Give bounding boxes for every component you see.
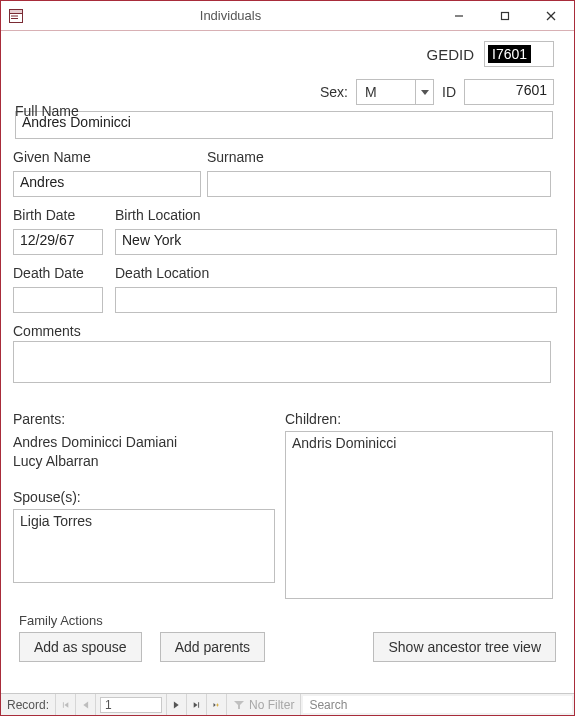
- add-parents-button[interactable]: Add parents: [160, 632, 266, 662]
- minimize-button[interactable]: [436, 1, 482, 30]
- death-date-label: Death Date: [13, 265, 109, 281]
- children-listbox[interactable]: Andris Dominicci: [285, 431, 553, 599]
- new-record-button[interactable]: [207, 694, 227, 715]
- record-navigator: Record: 1 No Filter Search: [1, 693, 574, 715]
- gedid-field[interactable]: I7601: [484, 41, 554, 67]
- maximize-button[interactable]: [482, 1, 528, 30]
- svg-rect-5: [502, 12, 509, 19]
- search-input[interactable]: Search: [303, 696, 572, 713]
- death-location-label: Death Location: [115, 265, 557, 281]
- window-title: Individuals: [25, 8, 436, 23]
- parent-name-1: Lucy Albarran: [13, 452, 281, 471]
- parents-label: Parents:: [13, 411, 281, 427]
- record-number-input[interactable]: 1: [100, 697, 162, 713]
- full-name-label: Full Name: [15, 103, 79, 119]
- svg-marker-14: [214, 703, 216, 707]
- id-label: ID: [442, 84, 456, 100]
- form-body: GEDID I7601 Full Name Sex: M ID 7601 And…: [1, 31, 574, 693]
- list-item[interactable]: Ligia Torres: [20, 513, 268, 529]
- birth-date-label: Birth Date: [13, 207, 109, 223]
- window-controls: [436, 1, 574, 30]
- list-item[interactable]: Andris Dominicci: [292, 435, 546, 451]
- gedid-value: I7601: [488, 45, 531, 63]
- next-record-button[interactable]: [167, 694, 187, 715]
- family-actions-group: Family Actions Add as spouse Add parents…: [13, 613, 562, 662]
- surname-label: Surname: [207, 149, 551, 165]
- prev-record-button[interactable]: [76, 694, 96, 715]
- gedid-label: GEDID: [426, 46, 474, 63]
- svg-marker-11: [174, 701, 179, 708]
- close-button[interactable]: [528, 1, 574, 30]
- record-label: Record:: [1, 694, 56, 715]
- death-date-field[interactable]: [13, 287, 103, 313]
- parent-name-0: Andres Dominicci Damiani: [13, 433, 281, 452]
- chevron-down-icon: [415, 80, 433, 104]
- id-field[interactable]: 7601: [464, 79, 554, 105]
- sex-select[interactable]: M: [356, 79, 434, 105]
- svg-marker-12: [194, 702, 198, 708]
- sex-label: Sex:: [320, 84, 348, 100]
- children-label: Children:: [285, 411, 562, 427]
- given-name-field[interactable]: Andres: [13, 171, 201, 197]
- show-ancestor-tree-button[interactable]: Show ancestor tree view: [373, 632, 556, 662]
- window-frame: Individuals GEDID I7601 Full Name Sex: M: [0, 0, 575, 716]
- comments-label: Comments: [13, 323, 81, 339]
- titlebar: Individuals: [1, 1, 574, 31]
- comments-field[interactable]: [13, 341, 551, 383]
- birth-location-field[interactable]: New York: [115, 229, 557, 255]
- death-location-field[interactable]: [115, 287, 557, 313]
- sex-value: M: [365, 84, 377, 100]
- svg-marker-17: [234, 701, 244, 709]
- last-record-button[interactable]: [187, 694, 207, 715]
- svg-marker-9: [64, 702, 68, 708]
- spouses-label: Spouse(s):: [13, 489, 281, 505]
- spouses-listbox[interactable]: Ligia Torres: [13, 509, 275, 583]
- add-spouse-button[interactable]: Add as spouse: [19, 632, 142, 662]
- given-name-label: Given Name: [13, 149, 201, 165]
- birth-date-field[interactable]: 12/29/67: [13, 229, 103, 255]
- full-name-field[interactable]: Andres Dominicci: [15, 111, 553, 139]
- birth-location-label: Birth Location: [115, 207, 557, 223]
- first-record-button[interactable]: [56, 694, 76, 715]
- surname-field[interactable]: [207, 171, 551, 197]
- family-actions-label: Family Actions: [13, 613, 562, 628]
- form-icon: [7, 7, 25, 25]
- svg-rect-1: [10, 9, 23, 13]
- svg-marker-10: [83, 701, 88, 708]
- filter-indicator[interactable]: No Filter: [227, 694, 301, 715]
